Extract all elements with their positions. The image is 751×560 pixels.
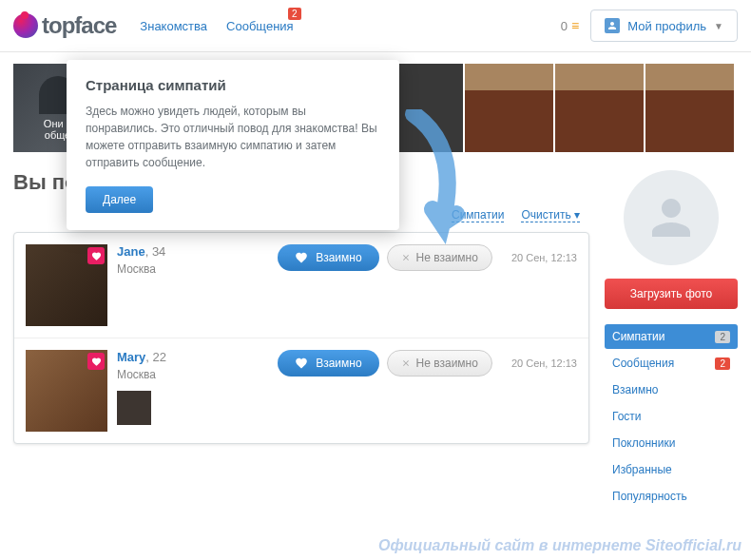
avatar-placeholder-icon xyxy=(643,189,700,246)
user-photo[interactable] xyxy=(26,350,107,432)
user-age: , 34 xyxy=(145,244,166,259)
logo-icon xyxy=(13,13,38,38)
not-mutual-button[interactable]: Не взаимно xyxy=(387,350,492,377)
nav-dating[interactable]: Знакомства xyxy=(140,19,207,33)
sidebar-menu: Симпатии 2 Сообщения 2 Взаимно Гости Пок… xyxy=(605,324,738,509)
tooltip-title: Страница симпатий xyxy=(86,77,380,93)
card-date: 20 Сен, 12:13 xyxy=(511,252,577,263)
user-city: Москва xyxy=(117,368,268,381)
not-mutual-label: Не взаимно xyxy=(416,251,478,264)
photo-tile[interactable] xyxy=(645,64,734,152)
main-nav: Знакомства Сообщения 2 xyxy=(140,19,293,33)
card-info: Jane, 34 Москва xyxy=(117,244,268,276)
photo-tile[interactable] xyxy=(555,64,644,152)
heart-icon xyxy=(295,251,308,264)
nav-messages-label: Сообщения xyxy=(226,19,294,33)
tooltip-arrow-icon xyxy=(404,109,471,247)
sidebar-item-label: Избранные xyxy=(612,463,672,476)
sidebar-badge: 2 xyxy=(715,357,730,370)
card-name-row: Jane, 34 xyxy=(117,244,268,259)
not-mutual-button[interactable]: Не взаимно xyxy=(387,244,492,271)
card-info: Mary, 22 Москва xyxy=(117,350,268,425)
card-actions: Взаимно Не взаимно 20 Сен, 12:13 xyxy=(278,244,577,271)
tooltip-next-button[interactable]: Далее xyxy=(86,186,153,213)
profile-avatar-icon xyxy=(605,18,620,33)
user-name-link[interactable]: Jane xyxy=(117,244,145,259)
user-card: Jane, 34 Москва Взаимно Не взаимно 20 Се… xyxy=(14,233,588,338)
card-name-row: Mary, 22 xyxy=(117,350,268,364)
mutual-button[interactable]: Взаимно xyxy=(278,350,378,377)
user-name-link[interactable]: Mary xyxy=(117,350,145,364)
coins-icon: ≡ xyxy=(571,18,579,33)
close-icon xyxy=(401,358,411,368)
tooltip-text: Здесь можно увидеть людей, которым вы по… xyxy=(86,103,380,171)
card-actions: Взаимно Не взаимно 20 Сен, 12:13 xyxy=(278,350,577,377)
nav-messages-badge: 2 xyxy=(288,8,301,20)
mutual-label: Взаимно xyxy=(316,251,361,264)
logo-text: topface xyxy=(42,12,116,39)
tab-clear[interactable]: Очистить ▾ xyxy=(521,208,580,222)
user-card: Mary, 22 Москва Взаимно Не взаимно 20 Се… xyxy=(14,338,588,443)
currency-display[interactable]: 0 ≡ xyxy=(561,18,579,33)
heart-icon xyxy=(295,357,308,370)
chevron-down-icon: ▾ xyxy=(574,208,580,222)
cards-list: Jane, 34 Москва Взаимно Не взаимно 20 Се… xyxy=(13,232,589,444)
header: topface Знакомства Сообщения 2 0 ≡ Мой п… xyxy=(0,0,751,52)
profile-button[interactable]: Мой профиль ▼ xyxy=(590,10,738,42)
chevron-down-icon: ▼ xyxy=(714,21,723,31)
profile-label: Мой профиль xyxy=(627,19,706,33)
user-city: Москва xyxy=(117,262,268,276)
sidebar-item-messages[interactable]: Сообщения 2 xyxy=(605,351,738,376)
card-date: 20 Сен, 12:13 xyxy=(511,357,577,369)
logo[interactable]: topface xyxy=(13,12,116,39)
sidebar-item-label: Поклонники xyxy=(612,436,675,450)
mutual-label: Взаимно xyxy=(316,357,361,370)
currency-amount: 0 xyxy=(561,19,568,33)
sidebar-item-guests[interactable]: Гости xyxy=(605,404,738,429)
sidebar-avatar[interactable] xyxy=(624,170,719,265)
close-icon xyxy=(401,253,411,262)
sidebar-item-label: Сообщения xyxy=(612,357,674,370)
sidebar-item-favorites[interactable]: Избранные xyxy=(605,457,738,482)
sidebar-item-label: Гости xyxy=(612,410,642,423)
header-right: 0 ≡ Мой профиль ▼ xyxy=(561,10,738,42)
heart-badge-icon xyxy=(87,247,105,264)
photo-tile[interactable] xyxy=(465,64,553,152)
heart-badge-icon xyxy=(87,353,105,370)
sidebar-item-fans[interactable]: Поклонники xyxy=(605,431,738,455)
sidebar-item-label: Взаимно xyxy=(612,383,658,396)
user-age: , 22 xyxy=(145,350,166,364)
onboarding-tooltip: Страница симпатий Здесь можно увидеть лю… xyxy=(67,60,399,230)
sidebar-item-mutual[interactable]: Взаимно xyxy=(605,377,738,402)
user-small-photo[interactable] xyxy=(117,391,151,425)
sidebar-item-label: Популярность xyxy=(612,490,687,503)
watermark: Официальный сайт в интернете Siteofficia… xyxy=(378,537,741,554)
sidebar: Загрузить фото Симпатии 2 Сообщения 2 Вз… xyxy=(605,170,738,509)
sidebar-item-popularity[interactable]: Популярность xyxy=(605,484,738,509)
sidebar-item-sympathy[interactable]: Симпатии 2 xyxy=(605,324,738,349)
tab-clear-label: Очистить xyxy=(521,208,570,222)
user-photo[interactable] xyxy=(26,244,107,326)
sidebar-badge: 2 xyxy=(715,331,730,343)
upload-photo-button[interactable]: Загрузить фото xyxy=(605,279,738,309)
not-mutual-label: Не взаимно xyxy=(416,357,478,370)
mutual-button[interactable]: Взаимно xyxy=(278,244,378,271)
nav-messages[interactable]: Сообщения 2 xyxy=(226,19,294,33)
sidebar-item-label: Симпатии xyxy=(612,330,664,343)
